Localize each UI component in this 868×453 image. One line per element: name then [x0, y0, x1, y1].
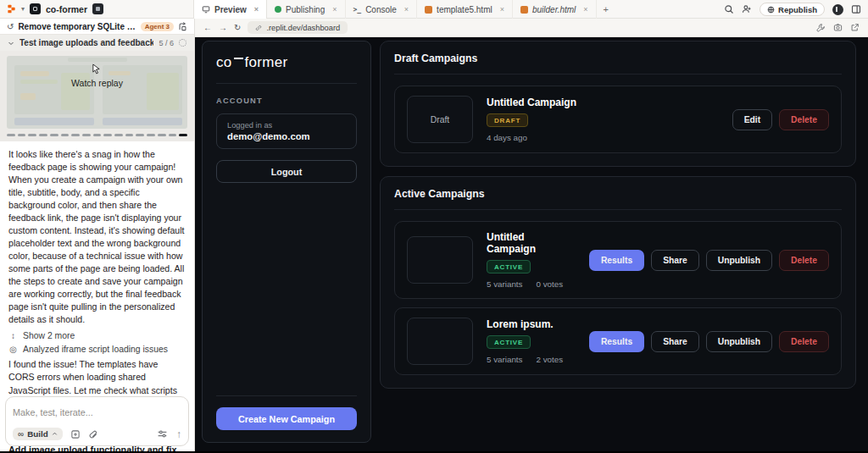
app-icon: [30, 3, 41, 14]
app-sidebar-card: coformer ACCOUNT Logged in as demo@demo.…: [202, 41, 371, 443]
replay-progress-segment[interactable]: [169, 134, 177, 136]
replay-progress-segment[interactable]: [7, 134, 15, 136]
agent-message: It looks like there's a snag in how the …: [0, 145, 194, 328]
devtools-wrench-icon[interactable]: [816, 23, 826, 32]
fork-session-icon[interactable]: [178, 22, 187, 31]
republish-button[interactable]: Republish: [760, 3, 825, 16]
screenshot-icon[interactable]: [833, 23, 843, 32]
replay-progress-segment[interactable]: [39, 134, 47, 136]
status-badge: ACTIVE: [487, 335, 531, 349]
new-tab-button[interactable]: +: [597, 0, 615, 19]
edit-button[interactable]: Edit: [732, 109, 772, 130]
logout-button[interactable]: Logout: [216, 160, 357, 183]
results-button[interactable]: Results: [589, 250, 644, 271]
chat-input[interactable]: [13, 407, 181, 417]
tab-close-icon[interactable]: ×: [404, 5, 409, 14]
tab-preview[interactable]: Preview ×: [193, 0, 267, 19]
preview-viewport: coformer ACCOUNT Logged in as demo@demo.…: [195, 37, 868, 451]
unpublish-button[interactable]: Unpublish: [706, 250, 772, 271]
attachment-icon[interactable]: [88, 429, 98, 439]
send-icon[interactable]: ↑: [176, 428, 181, 440]
delete-button[interactable]: Delete: [779, 250, 829, 271]
task-group-header[interactable]: Test image uploads and feedback display …: [0, 34, 194, 51]
html-file-icon: [425, 6, 432, 14]
coformer-logo: coformer: [216, 54, 357, 71]
section-title: Active Campaigns: [394, 188, 842, 200]
replay-thumbnail[interactable]: Watch replay: [7, 56, 187, 129]
republish-label: Republish: [778, 5, 817, 14]
url-field[interactable]: .replit.dev/dashboard: [248, 21, 348, 34]
show-more-icon: ↕: [8, 331, 18, 340]
analysis-summary[interactable]: ◎ Analyzed iframe script loading issues: [0, 341, 194, 355]
workspace-menu-caret-icon[interactable]: ▾: [21, 5, 25, 13]
share-button[interactable]: Share: [651, 250, 699, 271]
campaign-age: 4 days ago: [487, 133, 527, 142]
notes-icon[interactable]: [70, 429, 81, 439]
replay-widget: Watch replay: [0, 51, 194, 141]
tab-console[interactable]: >_ Console ×: [346, 0, 418, 19]
tab-close-icon[interactable]: ×: [254, 5, 259, 14]
create-campaign-button[interactable]: Create New Campaign: [216, 407, 357, 430]
replay-progress-segment[interactable]: [71, 134, 80, 136]
active-campaigns-section: Active Campaigns Untitled Campaign ACTIV…: [380, 176, 856, 389]
tab-publishing[interactable]: Publishing ×: [267, 0, 345, 19]
account-section-label: ACCOUNT: [216, 97, 357, 105]
back-icon[interactable]: ←: [203, 23, 212, 32]
tab-close-icon[interactable]: ×: [332, 5, 337, 14]
replay-progress-segment[interactable]: [28, 134, 36, 136]
build-mode-label: Build: [27, 429, 48, 439]
search-icon[interactable]: [724, 4, 734, 14]
logo-hyphen-bar: [234, 58, 243, 59]
chat-input-box: ∞ Build ↑: [5, 396, 189, 446]
tab-builder[interactable]: builder.html ×: [513, 0, 597, 19]
variants-count: 5 variants: [487, 279, 522, 289]
tab-close-icon[interactable]: ×: [500, 5, 504, 14]
unpublish-button[interactable]: Unpublish: [706, 331, 772, 352]
invite-user-icon[interactable]: [742, 4, 752, 14]
stop-app-button[interactable]: [92, 3, 103, 14]
chevron-up-icon: [52, 431, 58, 437]
reload-icon[interactable]: ↻: [234, 23, 241, 32]
replay-progress-segment[interactable]: [179, 134, 187, 136]
show-more-button[interactable]: ↕ Show 2 more: [0, 328, 194, 341]
watch-replay-label[interactable]: Watch replay: [7, 78, 187, 88]
delete-button[interactable]: Delete: [779, 331, 829, 352]
open-external-icon[interactable]: [850, 23, 860, 32]
replay-progress-segment[interactable]: [82, 134, 91, 136]
replay-progress-segment[interactable]: [147, 134, 155, 136]
deployment-status-icon[interactable]: [832, 4, 843, 15]
replay-progress-segment[interactable]: [18, 134, 26, 136]
layout-panels-icon[interactable]: [851, 4, 861, 14]
replit-logo-icon[interactable]: [7, 4, 16, 14]
build-mode-icon: ∞: [18, 429, 24, 439]
tab-close-icon[interactable]: ×: [583, 5, 587, 14]
replay-progress-segment[interactable]: [158, 134, 166, 136]
tab-label: Console: [365, 5, 397, 14]
campaign-card-active: Lorem ipsum. ACTIVE 5 variants 2 votes R…: [394, 307, 842, 375]
replay-progress-segment[interactable]: [103, 134, 112, 136]
build-mode-selector[interactable]: ∞ Build: [13, 428, 63, 440]
analysis-icon: ◎: [8, 345, 18, 354]
replay-progress-segment[interactable]: [136, 134, 144, 136]
preview-url-bar: ← → ↻ .replit.dev/dashboard: [195, 19, 868, 37]
results-button[interactable]: Results: [589, 331, 644, 352]
tab-template5[interactable]: template5.html ×: [417, 0, 513, 19]
task-spinner-icon: [179, 39, 186, 47]
forward-icon[interactable]: →: [219, 23, 227, 32]
replay-progress-segment[interactable]: [93, 134, 102, 136]
logo-co: co: [216, 54, 232, 70]
replay-progress-segment[interactable]: [114, 134, 123, 136]
section-title: Draft Campaigns: [394, 52, 842, 64]
delete-button[interactable]: Delete: [779, 109, 829, 130]
draft-campaigns-section: Draft Campaigns Draft Untitled Campaign …: [380, 41, 856, 167]
preview-pane: ← → ↻ .replit.dev/dashboard coformer ACC…: [195, 19, 868, 451]
share-button[interactable]: Share: [651, 331, 699, 352]
history-icon[interactable]: ↺: [7, 22, 14, 31]
replay-progress-segment[interactable]: [125, 134, 134, 136]
user-email: demo@demo.com: [227, 131, 346, 141]
agent-session-title: Remove temporary SQLite database file: [18, 22, 136, 31]
campaign-name: Lorem ipsum.: [487, 318, 563, 330]
replay-progress-segment[interactable]: [61, 134, 70, 136]
settings-sliders-icon[interactable]: [157, 428, 168, 439]
replay-progress-segment[interactable]: [50, 134, 58, 136]
